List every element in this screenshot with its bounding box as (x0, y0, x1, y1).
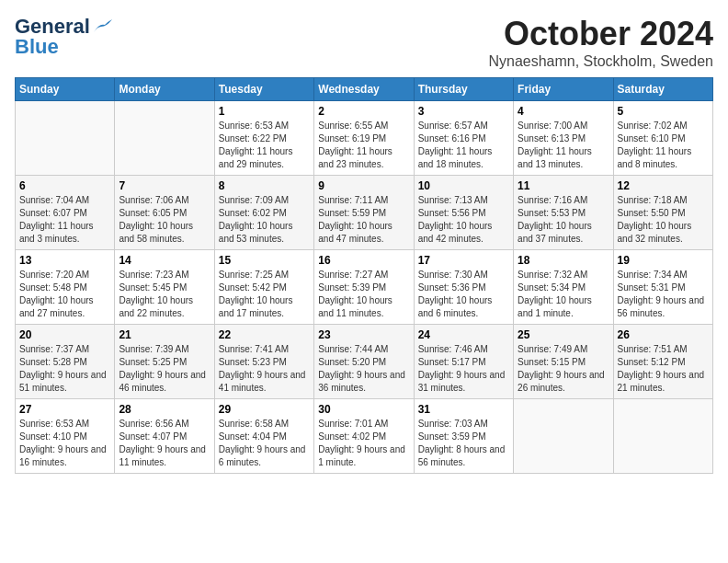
day-info: Sunrise: 7:06 AMSunset: 6:05 PMDaylight:… (119, 194, 210, 246)
day-number: 11 (518, 179, 609, 192)
day-number: 18 (518, 254, 609, 267)
day-of-week-header: Sunday (16, 78, 115, 101)
day-number: 23 (318, 328, 409, 341)
day-number: 7 (119, 179, 210, 192)
day-of-week-header: Saturday (613, 78, 712, 101)
day-of-week-header: Friday (514, 78, 613, 101)
calendar-cell: 4Sunrise: 7:00 AMSunset: 6:13 PMDaylight… (514, 101, 613, 176)
calendar-cell: 2Sunrise: 6:55 AMSunset: 6:19 PMDaylight… (314, 101, 414, 176)
day-info: Sunrise: 7:04 AMSunset: 6:07 PMDaylight:… (19, 194, 110, 246)
day-info: Sunrise: 7:03 AMSunset: 3:59 PMDaylight:… (418, 418, 509, 469)
day-number: 21 (119, 328, 210, 341)
day-info: Sunrise: 7:49 AMSunset: 5:15 PMDaylight:… (518, 343, 609, 395)
calendar-cell (514, 399, 613, 474)
calendar-cell: 22Sunrise: 7:41 AMSunset: 5:23 PMDayligh… (214, 325, 313, 399)
calendar-cell: 19Sunrise: 7:34 AMSunset: 5:31 PMDayligh… (613, 250, 712, 325)
day-info: Sunrise: 6:58 AMSunset: 4:04 PMDaylight:… (219, 418, 310, 469)
calendar-week-row: 27Sunrise: 6:53 AMSunset: 4:10 PMDayligh… (16, 399, 713, 474)
day-info: Sunrise: 7:30 AMSunset: 5:36 PMDaylight:… (418, 269, 509, 320)
calendar-cell (115, 101, 214, 176)
calendar-cell: 23Sunrise: 7:44 AMSunset: 5:20 PMDayligh… (314, 325, 414, 399)
day-info: Sunrise: 7:02 AMSunset: 6:10 PMDaylight:… (618, 120, 709, 171)
day-number: 20 (19, 328, 110, 341)
day-info: Sunrise: 7:20 AMSunset: 5:48 PMDaylight:… (19, 269, 110, 320)
day-info: Sunrise: 6:53 AMSunset: 4:10 PMDaylight:… (19, 418, 110, 469)
day-info: Sunrise: 7:23 AMSunset: 5:45 PMDaylight:… (119, 269, 210, 320)
day-of-week-header: Tuesday (214, 78, 313, 101)
day-info: Sunrise: 7:37 AMSunset: 5:28 PMDaylight:… (19, 343, 110, 395)
calendar-cell: 12Sunrise: 7:18 AMSunset: 5:50 PMDayligh… (613, 176, 712, 250)
logo: General Blue (15, 15, 112, 59)
day-info: Sunrise: 7:13 AMSunset: 5:56 PMDaylight:… (418, 194, 509, 246)
calendar-cell: 30Sunrise: 7:01 AMSunset: 4:02 PMDayligh… (314, 399, 414, 474)
day-of-week-header: Monday (115, 78, 214, 101)
day-number: 16 (318, 254, 409, 267)
calendar-cell: 8Sunrise: 7:09 AMSunset: 6:02 PMDaylight… (214, 176, 313, 250)
day-info: Sunrise: 7:00 AMSunset: 6:13 PMDaylight:… (518, 120, 609, 171)
day-info: Sunrise: 7:01 AMSunset: 4:02 PMDaylight:… (318, 418, 409, 469)
day-number: 6 (19, 179, 110, 192)
day-number: 3 (418, 105, 509, 118)
calendar-cell: 28Sunrise: 6:56 AMSunset: 4:07 PMDayligh… (115, 399, 214, 474)
day-number: 13 (19, 254, 110, 267)
day-info: Sunrise: 7:46 AMSunset: 5:17 PMDaylight:… (418, 343, 509, 395)
day-number: 26 (618, 328, 709, 341)
calendar-cell: 13Sunrise: 7:20 AMSunset: 5:48 PMDayligh… (16, 250, 115, 325)
day-info: Sunrise: 7:34 AMSunset: 5:31 PMDaylight:… (618, 269, 709, 320)
day-number: 4 (518, 105, 609, 118)
calendar-cell: 9Sunrise: 7:11 AMSunset: 5:59 PMDaylight… (314, 176, 414, 250)
day-info: Sunrise: 7:11 AMSunset: 5:59 PMDaylight:… (318, 194, 409, 246)
header: General Blue October 2024 Nynaeshamn, St… (15, 15, 713, 70)
calendar-cell (16, 101, 115, 176)
calendar-week-row: 6Sunrise: 7:04 AMSunset: 6:07 PMDaylight… (16, 176, 713, 250)
calendar-cell: 21Sunrise: 7:39 AMSunset: 5:25 PMDayligh… (115, 325, 214, 399)
calendar-cell: 7Sunrise: 7:06 AMSunset: 6:05 PMDaylight… (115, 176, 214, 250)
location-title: Nynaeshamn, Stockholm, Sweden (488, 53, 713, 70)
logo-bird-icon (92, 19, 112, 34)
day-number: 30 (318, 403, 409, 416)
day-number: 9 (318, 179, 409, 192)
day-number: 12 (618, 179, 709, 192)
day-number: 17 (418, 254, 509, 267)
calendar-week-row: 1Sunrise: 6:53 AMSunset: 6:22 PMDaylight… (16, 101, 713, 176)
day-info: Sunrise: 6:53 AMSunset: 6:22 PMDaylight:… (219, 120, 310, 171)
day-info: Sunrise: 7:18 AMSunset: 5:50 PMDaylight:… (618, 194, 709, 246)
day-of-week-header: Thursday (414, 78, 513, 101)
day-number: 29 (219, 403, 310, 416)
day-info: Sunrise: 7:27 AMSunset: 5:39 PMDaylight:… (318, 269, 409, 320)
calendar-week-row: 13Sunrise: 7:20 AMSunset: 5:48 PMDayligh… (16, 250, 713, 325)
calendar-cell: 25Sunrise: 7:49 AMSunset: 5:15 PMDayligh… (514, 325, 613, 399)
day-number: 27 (19, 403, 110, 416)
day-number: 31 (418, 403, 509, 416)
day-info: Sunrise: 7:32 AMSunset: 5:34 PMDaylight:… (518, 269, 609, 320)
day-info: Sunrise: 7:25 AMSunset: 5:42 PMDaylight:… (219, 269, 310, 320)
calendar-cell: 24Sunrise: 7:46 AMSunset: 5:17 PMDayligh… (414, 325, 513, 399)
calendar-cell: 27Sunrise: 6:53 AMSunset: 4:10 PMDayligh… (16, 399, 115, 474)
day-number: 2 (318, 105, 409, 118)
calendar-cell: 15Sunrise: 7:25 AMSunset: 5:42 PMDayligh… (214, 250, 313, 325)
day-of-week-header: Wednesday (314, 78, 414, 101)
calendar-cell: 3Sunrise: 6:57 AMSunset: 6:16 PMDaylight… (414, 101, 513, 176)
calendar-cell: 6Sunrise: 7:04 AMSunset: 6:07 PMDaylight… (16, 176, 115, 250)
day-info: Sunrise: 7:44 AMSunset: 5:20 PMDaylight:… (318, 343, 409, 395)
logo-blue: Blue (15, 35, 59, 59)
month-title: October 2024 (488, 15, 713, 53)
day-number: 25 (518, 328, 609, 341)
calendar-cell: 26Sunrise: 7:51 AMSunset: 5:12 PMDayligh… (613, 325, 712, 399)
day-info: Sunrise: 7:16 AMSunset: 5:53 PMDaylight:… (518, 194, 609, 246)
calendar-cell: 10Sunrise: 7:13 AMSunset: 5:56 PMDayligh… (414, 176, 513, 250)
day-number: 10 (418, 179, 509, 192)
calendar-cell: 18Sunrise: 7:32 AMSunset: 5:34 PMDayligh… (514, 250, 613, 325)
day-number: 22 (219, 328, 310, 341)
calendar-cell: 1Sunrise: 6:53 AMSunset: 6:22 PMDaylight… (214, 101, 313, 176)
calendar-cell: 20Sunrise: 7:37 AMSunset: 5:28 PMDayligh… (16, 325, 115, 399)
calendar-cell: 16Sunrise: 7:27 AMSunset: 5:39 PMDayligh… (314, 250, 414, 325)
calendar-cell: 31Sunrise: 7:03 AMSunset: 3:59 PMDayligh… (414, 399, 513, 474)
day-info: Sunrise: 6:56 AMSunset: 4:07 PMDaylight:… (119, 418, 210, 469)
calendar-cell: 11Sunrise: 7:16 AMSunset: 5:53 PMDayligh… (514, 176, 613, 250)
day-number: 24 (418, 328, 509, 341)
day-info: Sunrise: 7:39 AMSunset: 5:25 PMDaylight:… (119, 343, 210, 395)
day-info: Sunrise: 6:57 AMSunset: 6:16 PMDaylight:… (418, 120, 509, 171)
day-number: 19 (618, 254, 709, 267)
calendar-table: SundayMondayTuesdayWednesdayThursdayFrid… (15, 77, 713, 474)
